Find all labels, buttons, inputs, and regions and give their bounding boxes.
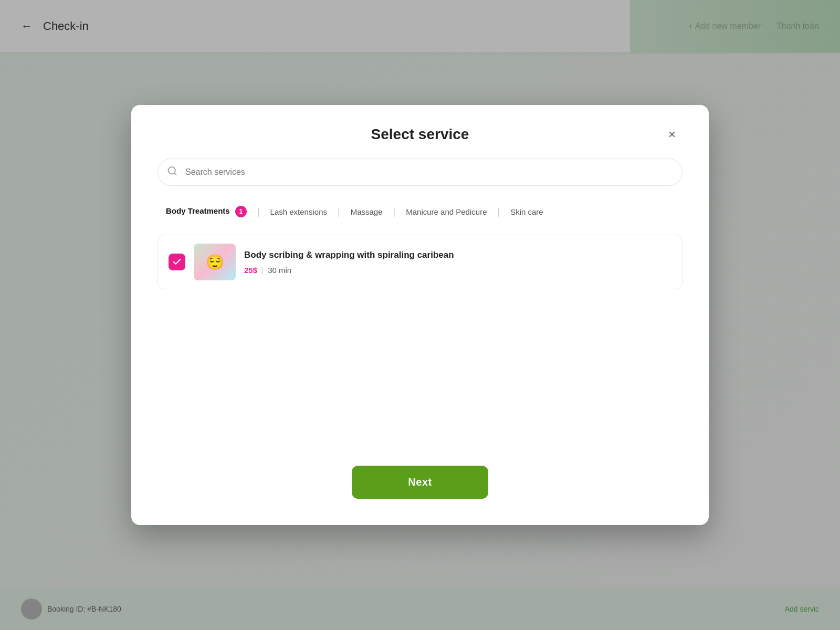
service-image-inner: 😌 [194, 244, 236, 280]
tab-lash-extensions[interactable]: Lash extensions [262, 203, 335, 220]
search-input[interactable] [158, 159, 682, 186]
close-button[interactable]: × [662, 124, 682, 145]
services-list: 😌 Body scribing & wrapping with spiralin… [158, 235, 682, 445]
tab-massage[interactable]: Massage [342, 203, 391, 220]
tab-manicure-pedicure[interactable]: Manicure and Pedicure [397, 203, 495, 220]
tab-divider-1: | [257, 206, 260, 217]
search-icon [167, 166, 177, 179]
tab-skin-care[interactable]: Skin care [502, 203, 552, 220]
service-image: 😌 [194, 244, 236, 280]
select-service-modal: Select service × Body Treatments 1 | Las… [131, 105, 709, 525]
search-container [158, 159, 682, 186]
modal-overlay: Select service × Body Treatments 1 | Las… [0, 0, 840, 630]
service-meta: 25$ | 30 min [244, 266, 671, 275]
meta-divider: | [261, 266, 264, 275]
service-duration: 30 min [268, 266, 291, 275]
tab-divider-3: | [393, 206, 396, 217]
tab-divider-4: | [497, 206, 500, 217]
modal-footer: Next [158, 466, 682, 499]
next-button[interactable]: Next [352, 466, 488, 499]
service-price: 25$ [244, 266, 257, 275]
category-tabs: Body Treatments 1 | Lash extensions | Ma… [158, 202, 682, 222]
tab-body-treatments[interactable]: Body Treatments 1 [158, 202, 255, 222]
service-checkbox[interactable] [169, 254, 185, 270]
tab-divider-2: | [338, 206, 340, 217]
modal-title: Select service [371, 126, 469, 143]
service-info: Body scribing & wrapping with spiraling … [244, 249, 671, 275]
modal-header: Select service × [158, 126, 682, 143]
service-card[interactable]: 😌 Body scribing & wrapping with spiralin… [158, 235, 682, 289]
tab-badge-body-treatments: 1 [235, 206, 247, 217]
service-name: Body scribing & wrapping with spiraling … [244, 249, 671, 261]
svg-line-1 [174, 173, 176, 175]
